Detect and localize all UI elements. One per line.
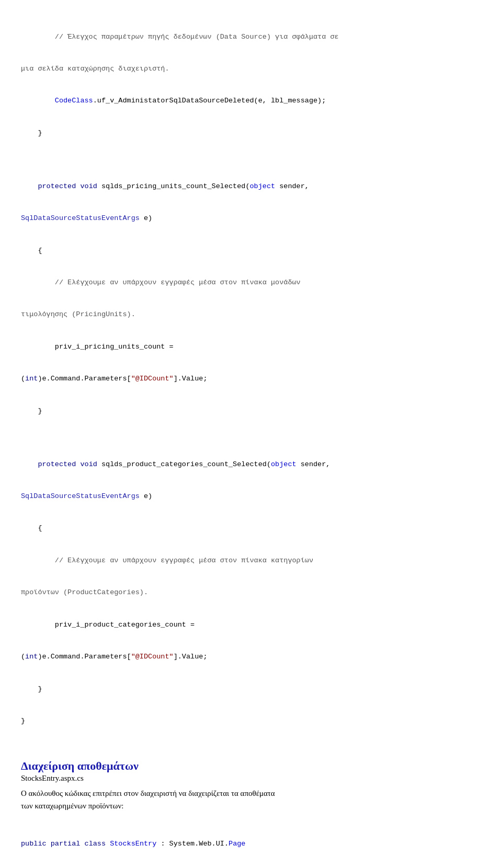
prose-stocks: Ο ακόλουθος κώδικας επιτρέπει στον διαχε… (21, 787, 481, 812)
main-code-block: public partial class StocksEntry : Syste… (21, 817, 481, 868)
page-content: // Έλεγχος παραμέτρων πηγής δεδομένων (D… (21, 10, 481, 868)
section-subheading-stocks: StocksEntry.aspx.cs (21, 774, 481, 783)
section-heading-stocks: Διαχείριση αποθεμάτων (21, 759, 481, 773)
top-code-block: // Έλεγχος παραμέτρων πηγής δεδομένων (D… (21, 10, 481, 748)
